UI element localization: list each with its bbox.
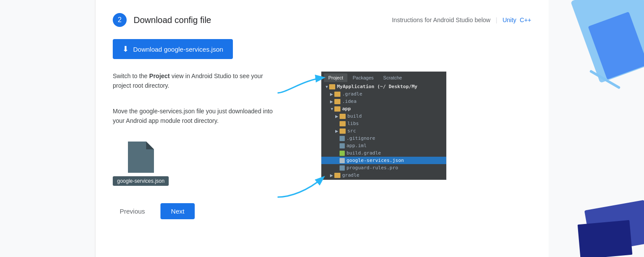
arrow-icon — [335, 136, 340, 141]
arrow-icon — [335, 166, 340, 170]
ide-row-idea[interactable]: ▶ .idea — [321, 98, 446, 105]
download-icon: ⬇ — [122, 44, 129, 54]
json-icon — [340, 158, 345, 163]
row-text: .gradle — [342, 91, 362, 97]
row-text: proguard-rules.pro — [347, 165, 398, 171]
ide-tree: ▼ MyApplication (~/ Desktop/My ▶ .gradle — [321, 82, 446, 180]
file-icon — [340, 165, 345, 171]
instruction2: Move the google-services.json file you j… — [113, 106, 278, 126]
row-text: libs — [347, 121, 359, 126]
gradle-icon — [340, 151, 345, 156]
step-instructions: Instructions for Android Studio below | … — [392, 16, 531, 23]
deco-shape-4 — [578, 220, 633, 257]
ide-row-buildgradle[interactable]: build.gradle — [321, 149, 446, 157]
download-button-label: Download google-services.json — [133, 46, 223, 53]
step-title: Download config file — [134, 15, 211, 25]
ide-tab-scratche[interactable]: Scratche — [379, 73, 406, 82]
ide-row-myapplication[interactable]: ▼ MyApplication (~/ Desktop/My — [321, 83, 446, 90]
ide-row-src[interactable]: ▶ src — [321, 127, 446, 135]
row-text: src — [347, 128, 356, 134]
screenshot-section: Project Packages Scratche ▼ MyApplicatio… — [295, 71, 531, 180]
previous-button[interactable]: Previous — [113, 203, 152, 219]
row-text: .gitignore — [347, 135, 375, 141]
ide-row-gitignore[interactable]: .gitignore — [321, 135, 446, 142]
row-text: .idea — [342, 99, 356, 104]
step-number: 2 — [113, 13, 127, 27]
text-section: Switch to the Project view in Android St… — [113, 71, 278, 186]
row-text: app — [342, 106, 351, 112]
file-icon — [340, 136, 345, 141]
ide-row-gradle2[interactable]: ▶ gradle — [321, 171, 446, 179]
left-sidebar — [0, 0, 95, 257]
arrow-icon — [335, 144, 340, 148]
ide-row-build[interactable]: ▶ build — [321, 112, 446, 120]
separator: | — [496, 16, 497, 23]
nav-section: Previous Next — [113, 203, 531, 219]
instruction1: Switch to the Project view in Android St… — [113, 71, 278, 91]
row-text: build.gradle — [347, 150, 381, 156]
ide-row-libs[interactable]: libs — [321, 120, 446, 127]
row-text: app.iml — [347, 143, 366, 148]
folder-icon — [340, 121, 346, 126]
ide-tab-project[interactable]: Project — [324, 73, 347, 82]
arrow-icon — [335, 158, 340, 163]
arrow-icon: ▼ — [325, 85, 329, 89]
file-label: google-services.json — [113, 176, 169, 186]
instructions-prefix: Instructions for Android Studio below — [392, 16, 490, 23]
ide-row-appiml[interactable]: app.iml — [321, 142, 446, 149]
ide-row-gradle[interactable]: ▶ .gradle — [321, 90, 446, 98]
content-body: Switch to the Project view in Android St… — [113, 71, 531, 186]
row-text: MyApplication (~/ Desktop/My — [337, 84, 417, 89]
arrow-icon — [335, 122, 340, 126]
folder-icon — [334, 99, 340, 104]
screenshot-wrapper: Project Packages Scratche ▼ MyApplicatio… — [295, 71, 447, 180]
ide-tab-packages[interactable]: Packages — [348, 73, 378, 82]
arrow-icon: ▶ — [335, 129, 340, 133]
step-header: 2 Download config file Instructions for … — [113, 13, 531, 27]
download-button[interactable]: ⬇ Download google-services.json — [113, 39, 233, 59]
folder-icon — [334, 106, 340, 112]
cpp-link[interactable]: C++ — [520, 16, 531, 23]
folder-icon — [340, 128, 346, 134]
folder-icon — [340, 114, 346, 119]
content-area: 2 Download config file Instructions for … — [95, 0, 549, 257]
arrow-icon: ▶ — [330, 99, 334, 104]
next-button[interactable]: Next — [160, 203, 195, 219]
row-text: google-services.json — [347, 158, 404, 163]
row-text: gradle — [342, 172, 360, 178]
folder-icon — [334, 92, 340, 97]
file-icon — [340, 143, 345, 148]
ide-row-googleservices[interactable]: google-services.json — [321, 157, 446, 164]
folder-icon — [334, 173, 340, 178]
file-icon-container: google-services.json — [113, 142, 169, 186]
folder-icon — [329, 84, 335, 89]
arrow-icon — [335, 151, 340, 155]
file-icon — [128, 142, 154, 173]
arrow-icon: ▼ — [330, 107, 334, 111]
unity-link[interactable]: Unity — [503, 16, 517, 23]
ide-row-proguard[interactable]: proguard-rules.pro — [321, 164, 446, 171]
main-container: 2 Download config file Instructions for … — [0, 0, 644, 257]
ide-row-app[interactable]: ▼ app — [321, 105, 446, 112]
android-studio-screenshot: Project Packages Scratche ▼ MyApplicatio… — [321, 71, 447, 180]
ide-tabs: Project Packages Scratche — [321, 72, 446, 82]
right-decoration — [549, 0, 644, 257]
arrow-icon: ▶ — [335, 114, 340, 119]
row-text: build — [347, 113, 362, 119]
arrow-icon: ▶ — [330, 92, 334, 96]
arrow-icon: ▶ — [330, 173, 334, 178]
step-header-left: 2 Download config file — [113, 13, 211, 27]
